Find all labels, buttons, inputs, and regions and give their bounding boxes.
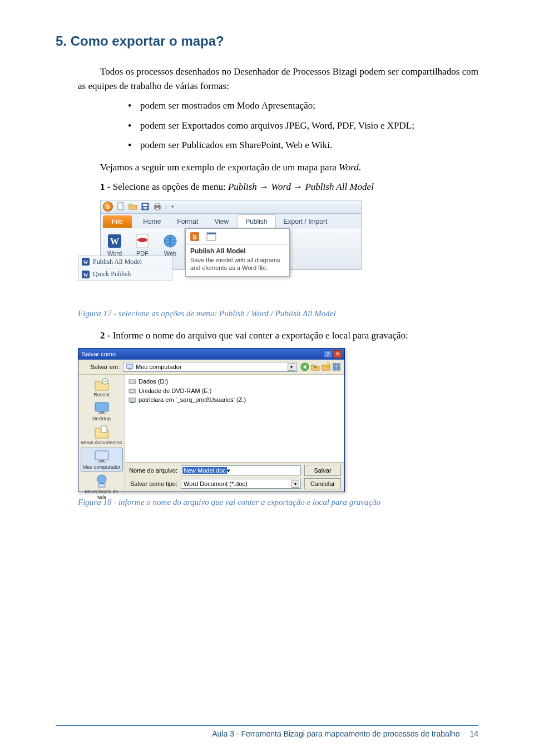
svg-point-38: [134, 381, 135, 382]
quick-access-toolbar: b | ▾: [101, 200, 361, 214]
pdf-icon: [135, 233, 150, 249]
cancel-button[interactable]: Cancelar: [304, 478, 341, 489]
svg-rect-32: [95, 451, 108, 460]
app-orb-icon[interactable]: b: [103, 202, 113, 212]
open-folder-icon[interactable]: [128, 202, 137, 211]
svg-rect-26: [337, 367, 340, 370]
save-button[interactable]: Salvar: [304, 465, 341, 476]
svg-text:W: W: [110, 237, 119, 246]
svg-rect-30: [98, 413, 106, 414]
svg-text:S: S: [192, 234, 196, 240]
help-button[interactable]: ?: [323, 350, 332, 358]
page-number: 14: [469, 729, 478, 738]
svg-rect-29: [100, 411, 104, 413]
svg-rect-3: [144, 207, 147, 209]
svg-rect-23: [333, 364, 336, 366]
svg-rect-36: [98, 484, 105, 487]
place-network[interactable]: Meus locais de rede: [81, 473, 123, 501]
svg-rect-14: [207, 233, 216, 234]
tooltip-publish-all-model: S Publish All Model Save the model with …: [185, 228, 290, 277]
section-heading: 5. Como exportar o mapa?: [56, 33, 478, 49]
figure-17-caption: Figura 17 - selecione as opções de menu:…: [78, 309, 478, 318]
documents-icon: [94, 425, 110, 439]
close-button[interactable]: ✕: [333, 350, 342, 358]
svg-rect-25: [333, 367, 336, 370]
publish-dropdown-menu: W Publish All Model W Quick Publish: [78, 256, 172, 281]
recent-icon: [94, 377, 110, 391]
dvd-icon: [128, 387, 136, 394]
tooltip-title: Publish All Model: [186, 245, 289, 256]
bullet-list: podem ser mostrados em Modo Apresentação…: [128, 99, 478, 153]
svg-rect-2: [143, 204, 147, 206]
network-drive-icon: [128, 396, 136, 403]
chevron-down-icon: ▾: [291, 480, 299, 488]
place-desktop[interactable]: Desktop: [81, 400, 123, 423]
filename-label: Nome do arquivo:: [128, 467, 177, 474]
web-globe-icon: [162, 233, 178, 249]
chevron-down-icon: ▾: [227, 467, 230, 474]
svg-rect-20: [128, 369, 131, 370]
svg-rect-24: [337, 364, 340, 366]
bullet-item: podem ser Publicados em SharePoint, Web …: [128, 138, 478, 153]
step-1: 1 - Selecione as opções de menu: Publish…: [78, 180, 478, 194]
tab-file[interactable]: File: [103, 215, 132, 228]
save-in-label: Salvar em:: [82, 364, 120, 370]
dialog-titlebar: Salvar como ? ✕: [78, 348, 344, 360]
new-file-icon[interactable]: [116, 202, 125, 211]
svg-point-35: [97, 475, 106, 484]
tab-export-import[interactable]: Export / Import: [276, 215, 336, 228]
new-folder-icon[interactable]: [322, 362, 330, 371]
figure-17: b | ▾ File Home Format View Publish Expo…: [78, 200, 478, 270]
svg-rect-34: [98, 462, 106, 463]
up-folder-icon[interactable]: [311, 362, 320, 371]
svg-text:W: W: [83, 272, 88, 278]
place-documents[interactable]: Meus documentos: [81, 424, 123, 446]
file-list-area[interactable]: Dados (D:) Unidade de DVD-RAM (E:) patri…: [125, 375, 344, 492]
back-icon[interactable]: [300, 362, 309, 371]
views-icon[interactable]: [332, 362, 341, 371]
menu-quick-publish[interactable]: W Quick Publish: [78, 268, 172, 281]
drive-item[interactable]: patriciara em '_sarq_prod\Usuarios' (Z:): [128, 395, 341, 405]
wiki-icon: [206, 231, 217, 242]
place-computer[interactable]: Meu computador: [81, 448, 123, 472]
bullet-item: podem ser Exportados como arquivos JPEG,…: [128, 119, 478, 133]
tab-home[interactable]: Home: [135, 215, 169, 228]
place-recent[interactable]: Recent: [81, 376, 123, 399]
step-2: 2 - Informe o nome do arquivo que vai co…: [78, 328, 478, 343]
menu-publish-all-model[interactable]: W Publish All Model: [78, 256, 172, 268]
svg-rect-5: [156, 203, 159, 205]
bullet-item: podem ser mostrados em Modo Apresentação…: [128, 99, 478, 113]
svg-rect-6: [156, 208, 159, 210]
hdd-icon: [128, 378, 136, 385]
tab-publish[interactable]: Publish: [237, 214, 275, 228]
save-in-combo[interactable]: Meu computador ▾: [123, 362, 297, 372]
print-icon[interactable]: [153, 202, 162, 211]
example-intro: Vejamos a seguir um exemplo de exportaçã…: [78, 160, 478, 175]
drive-item[interactable]: Unidade de DVD-RAM (E:): [128, 386, 341, 396]
tab-view[interactable]: View: [206, 215, 237, 228]
svg-rect-41: [129, 398, 136, 402]
chevron-down-icon: ▾: [288, 363, 295, 371]
svg-rect-19: [126, 364, 133, 369]
save-icon[interactable]: [141, 202, 150, 211]
computer-icon: [94, 449, 110, 464]
filetype-label: Salvar como tipo:: [128, 480, 177, 487]
intro-paragraph: Todos os processos desenhados no Desenha…: [78, 65, 478, 93]
figure-18-caption: Figura 18 - informe o nome do arquivo qu…: [78, 498, 478, 507]
tab-format[interactable]: Format: [169, 215, 206, 228]
tooltip-body: Save the model with all diagrams and ele…: [186, 256, 289, 277]
desktop-icon: [94, 401, 110, 415]
sharepoint-icon: S: [189, 231, 200, 242]
drive-item[interactable]: Dados (D:): [128, 377, 341, 386]
figure-18-saveas-dialog: Salvar como ? ✕ Salvar em: Meu computado…: [78, 348, 345, 492]
filetype-combo[interactable]: Word Document (*.doc) ▾: [181, 479, 301, 489]
word-mini-icon: W: [82, 271, 90, 278]
ribbon-tabs: File Home Format View Publish Export / I…: [101, 214, 361, 228]
svg-rect-31: [101, 426, 107, 433]
qat-dropdown-icon[interactable]: ▾: [171, 204, 174, 209]
svg-point-22: [327, 364, 330, 367]
filename-input[interactable]: New Model.doc ▾: [181, 465, 301, 475]
page-footer: Aula 3 - Ferramenta Bizagi para mapeamen…: [56, 725, 478, 738]
word-mini-icon: W: [82, 258, 90, 266]
computer-icon: [126, 363, 134, 371]
